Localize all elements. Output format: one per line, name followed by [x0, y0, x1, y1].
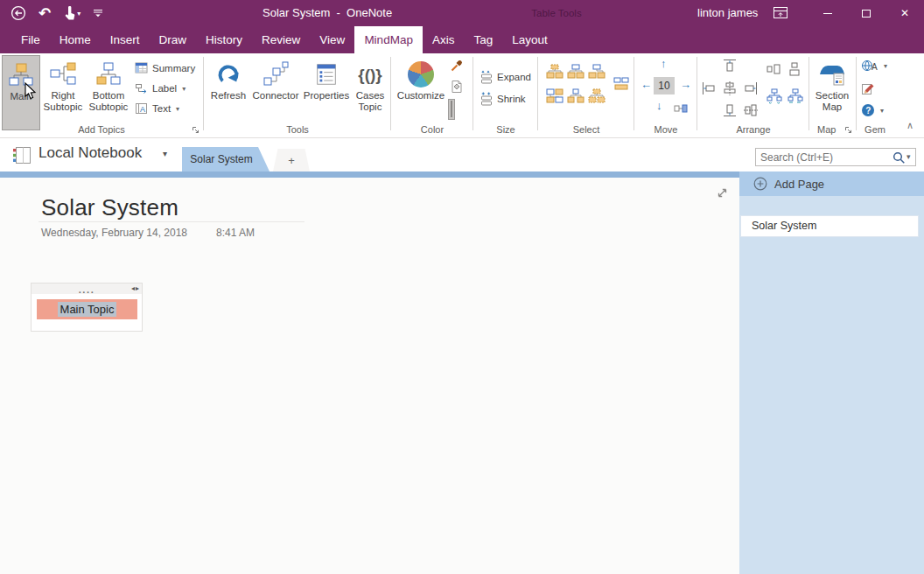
- back-icon[interactable]: [10, 5, 26, 21]
- chevron-down-icon: ▾: [880, 107, 884, 115]
- expand-button[interactable]: Expand: [480, 70, 531, 84]
- note-container[interactable]: ···· ◂▸ Main Topic: [31, 283, 143, 332]
- section-tab-solar-system[interactable]: Solar System: [182, 147, 270, 172]
- select-all-topics-icon[interactable]: [546, 64, 564, 79]
- move-distance-icon[interactable]: [674, 102, 688, 116]
- connector-label: Connector: [252, 90, 298, 102]
- group-label-gem: Gem: [859, 124, 891, 135]
- label-button[interactable]: Label ▾: [135, 81, 186, 95]
- move-down-arrow[interactable]: ↓: [656, 99, 662, 112]
- group-label-arrange: Arrange: [700, 124, 807, 135]
- shrink-button[interactable]: Shrink: [480, 92, 526, 106]
- cases-topic-icon: {()}: [358, 59, 382, 90]
- new-section-button[interactable]: +: [273, 149, 310, 172]
- add-page-button[interactable]: Add Page: [739, 172, 924, 196]
- notebook-name[interactable]: Local Notebook: [38, 144, 142, 162]
- chevron-down-icon[interactable]: ▾: [163, 149, 167, 158]
- fill-format-icon[interactable]: [450, 80, 464, 94]
- cases-topic-button[interactable]: {()} Cases Topic: [352, 55, 388, 130]
- align-right-icon[interactable]: [744, 81, 758, 95]
- select-siblings-icon[interactable]: [612, 76, 630, 91]
- align-top-icon[interactable]: [723, 59, 737, 73]
- layout-tree-right-icon[interactable]: [788, 88, 803, 104]
- notebook-icon: [12, 146, 33, 164]
- align-center-icon[interactable]: [723, 81, 737, 95]
- chevron-down-icon: ▾: [176, 105, 179, 113]
- group-label-tools: Tools: [206, 124, 388, 135]
- summary-button[interactable]: Summary: [135, 61, 195, 75]
- align-bottom-icon[interactable]: [723, 103, 737, 117]
- group-color: Customize Color: [394, 53, 471, 137]
- tab-file[interactable]: File: [11, 26, 50, 53]
- align-left-icon[interactable]: [702, 81, 716, 95]
- select-level-icon[interactable]: [567, 88, 584, 103]
- resize-handle-icon[interactable]: ◂▸: [131, 284, 140, 292]
- minimize-button[interactable]: [808, 0, 847, 26]
- move-left-arrow[interactable]: ←: [640, 78, 652, 91]
- group-map: Section Map Map: [812, 53, 852, 137]
- move-right-arrow[interactable]: →: [680, 78, 691, 91]
- text-label: Text: [152, 103, 171, 114]
- page-title[interactable]: Solar System: [41, 194, 178, 221]
- shrink-icon: [480, 92, 494, 106]
- dialog-launcher-icon[interactable]: [192, 126, 200, 134]
- fullpage-view-icon[interactable]: [716, 186, 729, 200]
- main-topic-text[interactable]: Main Topic: [58, 302, 117, 317]
- help-button[interactable]: ? ▾: [861, 103, 884, 117]
- tab-draw[interactable]: Draw: [150, 26, 197, 53]
- edit-gem-button[interactable]: [861, 81, 875, 95]
- select-branch-icon[interactable]: [546, 88, 564, 103]
- customize-color-button[interactable]: Customize: [396, 55, 446, 130]
- tab-tag[interactable]: Tag: [464, 26, 502, 53]
- page-canvas[interactable]: Solar System Wednesday, February 14, 201…: [0, 178, 739, 574]
- group-divider: [856, 57, 857, 130]
- dialog-launcher-icon[interactable]: [844, 126, 852, 134]
- text-button[interactable]: A Text ▾: [135, 102, 179, 116]
- tab-view[interactable]: View: [310, 26, 354, 53]
- tab-axis[interactable]: Axis: [423, 26, 465, 53]
- plus-circle-icon: [753, 177, 767, 191]
- user-account[interactable]: linton james: [697, 0, 758, 26]
- container-drag-handle[interactable]: ···· ◂▸: [32, 284, 142, 294]
- section-map-button[interactable]: Section Map: [812, 55, 852, 130]
- properties-button[interactable]: Properties: [301, 55, 352, 130]
- tab-insert[interactable]: Insert: [101, 26, 150, 53]
- eyedropper-icon[interactable]: [450, 59, 464, 73]
- refresh-icon: [215, 59, 242, 90]
- connector-button[interactable]: Connector: [250, 55, 301, 130]
- tab-home[interactable]: Home: [50, 26, 101, 53]
- customize-qat-icon[interactable]: [93, 8, 103, 18]
- layout-tree-left-icon[interactable]: [766, 88, 782, 104]
- distribute-horizontal-icon[interactable]: [766, 62, 780, 76]
- undo-icon[interactable]: ↶: [38, 6, 51, 21]
- move-up-arrow[interactable]: ↑: [661, 57, 667, 70]
- main-topic-node[interactable]: Main Topic: [37, 299, 137, 319]
- touch-mouse-mode-icon[interactable]: ▾: [63, 6, 80, 21]
- tab-mindmap[interactable]: MindMap: [354, 26, 423, 53]
- distribute-vertical-icon[interactable]: [788, 62, 802, 76]
- collapse-ribbon-icon[interactable]: ∧: [906, 120, 914, 131]
- search-scope-caret-icon[interactable]: ▾: [906, 152, 911, 161]
- close-button[interactable]: ✕: [886, 0, 924, 26]
- maximize-button[interactable]: [847, 0, 886, 26]
- translate-button[interactable]: A ▾: [861, 59, 887, 73]
- search-input[interactable]: [760, 149, 890, 165]
- move-step-value[interactable]: 10: [654, 77, 675, 94]
- bottom-subtopic-button[interactable]: Bottom Subtopic: [86, 55, 131, 130]
- tab-history[interactable]: History: [196, 26, 252, 53]
- ribbon-display-options-icon[interactable]: [774, 7, 788, 18]
- align-middle-icon[interactable]: [744, 103, 758, 117]
- tab-layout[interactable]: Layout: [502, 26, 557, 53]
- select-subtopics-icon[interactable]: [588, 64, 606, 79]
- select-children-icon[interactable]: [588, 88, 606, 103]
- page-list-item[interactable]: Solar System: [740, 215, 919, 237]
- tab-review[interactable]: Review: [252, 26, 310, 53]
- right-subtopic-button[interactable]: Right Subtopic: [42, 55, 84, 130]
- cases-topic-label: Cases Topic: [352, 90, 388, 113]
- color-palette-button[interactable]: [448, 99, 455, 120]
- search-icon[interactable]: [892, 151, 906, 164]
- select-main-topics-icon[interactable]: [567, 64, 584, 79]
- refresh-button[interactable]: Refresh: [208, 55, 248, 130]
- group-select: Select: [541, 53, 632, 137]
- chevron-down-icon: ▾: [182, 85, 186, 93]
